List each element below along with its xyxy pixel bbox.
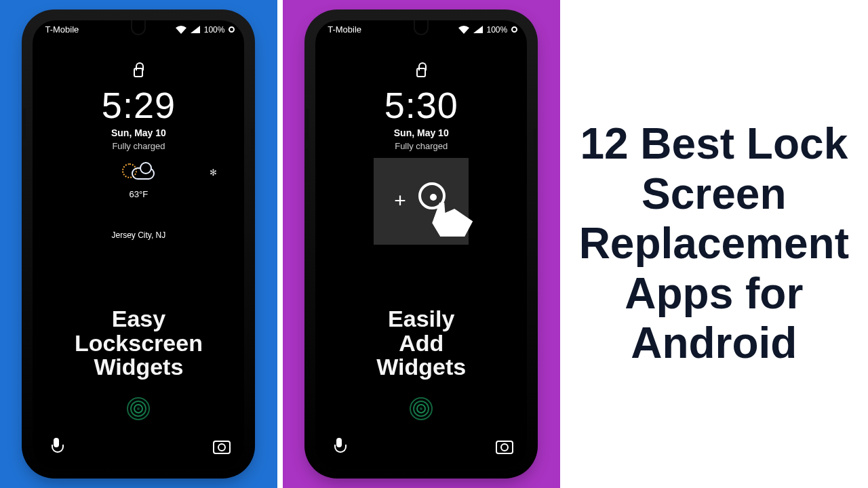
promo-caption-1: Easy Lockscreen Widgets [33,307,244,380]
power-button [251,129,254,180]
camera-icon[interactable] [213,438,228,453]
lockscreen-shortcuts [332,438,511,453]
mic-icon[interactable] [332,438,347,453]
camera-icon[interactable] [496,438,511,453]
status-bar: T-Mobile 100% [328,24,517,35]
carrier-label: T-Mobile [328,24,361,35]
plus-icon: + [394,189,406,212]
hand-pointer-icon [432,203,473,237]
phone-mockup-2: T-Mobile 100% 5:30 Sun, May 10 Fully cha… [309,14,534,474]
fingerprint-icon[interactable] [410,397,433,420]
signal-icon [191,26,200,33]
phone-screen-1: T-Mobile 100% 5:29 Sun, May 10 Fully cha… [33,20,244,468]
cloud-icon [132,167,155,180]
battery-label: 100% [204,25,225,35]
promo-line: Widgets [315,355,527,380]
charge-status: Fully charged [315,141,527,151]
promo-line: Widgets [33,355,244,380]
add-widget-tile[interactable]: + [374,158,469,245]
panel-right: 12 Best Lock Screen Replacement Apps for… [560,0,868,488]
clock-time: 5:30 [315,84,527,126]
promo-line: Lockscreen [33,331,244,356]
volume-up-button [23,108,26,140]
stage: T-Mobile 100% 5:29 Sun, May 10 Fully cha… [0,0,868,488]
lockscreen-shortcuts [49,438,228,453]
lockscreen-center: 5:29 Sun, May 10 Fully charged ✻ 63°F Je… [33,68,244,240]
phone-screen-2: T-Mobile 100% 5:30 Sun, May 10 Fully cha… [315,20,527,468]
panel-left: T-Mobile 100% 5:29 Sun, May 10 Fully cha… [0,0,277,488]
status-right: 100% [458,25,518,35]
status-right: 100% [176,25,235,35]
carrier-label: T-Mobile [45,24,79,35]
mic-icon[interactable] [49,438,64,453]
promo-line: Easy [33,307,244,331]
panel-mid: T-Mobile 100% 5:30 Sun, May 10 Fully cha… [283,0,560,488]
wifi-icon [176,26,186,34]
volume-down-button [23,149,26,180]
clock-time: 5:29 [33,84,244,126]
fingerprint-icon[interactable] [127,397,150,420]
promo-line: Easily [315,307,527,331]
signal-icon [473,26,483,33]
lockscreen-center: 5:30 Sun, May 10 Fully charged + [315,68,527,245]
wifi-icon [458,26,469,34]
status-bar: T-Mobile 100% [45,24,235,35]
gear-icon[interactable]: ✻ [210,167,217,178]
lock-icon [416,68,426,77]
article-title: 12 Best Lock Screen Replacement Apps for… [560,119,868,369]
phone-mockup-1: T-Mobile 100% 5:29 Sun, May 10 Fully cha… [26,14,251,474]
promo-caption-2: Easily Add Widgets [315,307,527,380]
clock-date: Sun, May 10 [315,127,527,138]
promo-line: Add [315,331,527,356]
power-button [534,129,536,180]
clock-date: Sun, May 10 [33,127,244,138]
volume-down-button [306,149,309,180]
battery-label: 100% [487,25,508,35]
weather-widget[interactable]: ✻ 63°F Jersey City, NJ [33,163,244,240]
lock-icon [134,68,143,77]
battery-icon [511,26,517,33]
battery-icon [229,26,235,33]
charge-status: Fully charged [33,141,244,151]
temperature-label: 63°F [33,189,244,199]
location-label: Jersey City, NJ [33,230,244,240]
volume-up-button [306,108,309,140]
